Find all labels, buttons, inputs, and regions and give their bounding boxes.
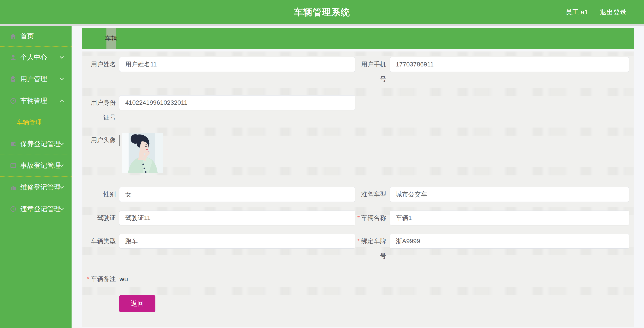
header-right-group: 员工 a1 退出登录 — [565, 0, 626, 24]
vehicle-remark-label: *车辆备注 — [86, 272, 116, 286]
vehicle-name-field[interactable] — [390, 211, 629, 225]
form-row: 性别 准驾车型 — [82, 187, 634, 202]
sidebar-item-label: 车辆管理 — [20, 96, 47, 105]
bar-chart-icon — [10, 184, 16, 191]
user-id-label: 用户身份证号 — [86, 95, 116, 125]
user-phone-field[interactable] — [390, 57, 629, 72]
form-row: *车辆备注 wu — [82, 272, 634, 286]
vehicle-type-label: 车辆类型 — [86, 234, 116, 249]
sidebar-item-vehicle-management[interactable]: 车辆管理 — [0, 90, 72, 112]
user-avatar-photo[interactable] — [122, 133, 163, 173]
clipboard-icon — [10, 76, 16, 82]
form-row: 驾驶证 *车辆名称 — [82, 211, 634, 225]
license-type-label: 准驾车型 — [356, 187, 386, 202]
logout-link[interactable]: 退出登录 — [600, 8, 626, 17]
sidebar-item-label: 维修登记管理 — [20, 183, 60, 192]
sidebar-item-label: 首页 — [20, 32, 34, 41]
license-type-field[interactable] — [390, 187, 629, 202]
sidebar-item-user-management[interactable]: 用户管理 — [0, 68, 72, 90]
wallet-icon — [10, 141, 16, 147]
user-icon — [10, 54, 16, 61]
app-window: 车辆管理系统 员工 a1 退出登录 首页 个人中心 — [0, 0, 644, 328]
form-row: 用户姓名 用户手机号 — [82, 57, 634, 87]
sidebar-subitem-label: 车辆管理 — [16, 118, 42, 127]
sidebar-item-personal-center[interactable]: 个人中心 — [0, 47, 72, 68]
form-row: 返回 — [82, 295, 634, 312]
main-content: 车辆 用户姓名 用户手机号 用户身份证号 用户头像 — [82, 26, 634, 328]
app-title: 车辆管理系统 — [0, 0, 644, 24]
plate-number-label: *绑定车牌号 — [356, 234, 386, 263]
vehicle-remark-value: wu — [120, 272, 128, 286]
avatar-upload-area — [119, 133, 163, 173]
vehicle-type-field[interactable] — [119, 234, 355, 249]
clock-icon — [10, 206, 16, 212]
sidebar-item-home[interactable]: 首页 — [0, 26, 72, 47]
current-user-label: 员工 a1 — [565, 8, 588, 17]
required-asterisk: * — [87, 275, 90, 282]
form-row: 用户头像 — [82, 133, 634, 173]
form-row: 用户身份证号 — [82, 95, 634, 125]
sidebar-item-maintenance-registration[interactable]: 保养登记管理 — [0, 133, 72, 155]
user-name-label: 用户姓名 — [86, 57, 116, 72]
required-asterisk: * — [357, 214, 360, 221]
gauge-icon — [10, 98, 16, 104]
sidebar-item-label: 个人中心 — [20, 53, 47, 62]
drivers-license-field[interactable] — [119, 211, 355, 225]
sidebar-item-label: 用户管理 — [20, 75, 47, 84]
sidebar-item-violation-registration[interactable]: 违章登记管理 — [0, 198, 72, 220]
chevron-up-icon — [59, 99, 64, 103]
chevron-down-icon — [59, 185, 64, 189]
user-id-field[interactable] — [119, 95, 355, 110]
back-button[interactable]: 返回 — [119, 295, 156, 312]
chevron-down-icon — [59, 207, 64, 211]
header-bar: 车辆管理系统 员工 a1 退出登录 — [0, 0, 644, 24]
upload-caret — [119, 135, 120, 146]
chevron-down-icon — [59, 142, 64, 146]
sidebar-item-label: 事故登记管理 — [20, 161, 60, 170]
chevron-down-icon — [59, 164, 64, 167]
form-row: 车辆类型 *绑定车牌号 — [82, 234, 634, 263]
required-asterisk: * — [357, 238, 360, 244]
gender-field[interactable] — [119, 187, 355, 202]
user-phone-label: 用户手机号 — [356, 57, 386, 87]
user-name-field[interactable] — [119, 57, 355, 72]
chevron-down-icon — [59, 77, 64, 81]
plate-number-field[interactable] — [390, 234, 629, 249]
sidebar-subitem-vehicle-management-active[interactable]: 车辆管理 — [0, 112, 72, 133]
sidebar-nav: 首页 个人中心 用户管理 — [0, 26, 72, 328]
sidebar-item-accident-registration[interactable]: 事故登记管理 — [0, 155, 72, 177]
drivers-license-label: 驾驶证 — [86, 211, 116, 225]
tab-vehicle[interactable]: 车辆 — [106, 28, 116, 49]
user-avatar-label: 用户头像 — [86, 133, 116, 147]
tab-bar: 车辆 — [82, 28, 634, 49]
home-icon — [10, 33, 16, 40]
vehicle-detail-form: 用户姓名 用户手机号 用户身份证号 用户头像 — [82, 52, 634, 327]
chevron-down-icon — [59, 56, 64, 59]
gender-label: 性别 — [86, 187, 116, 202]
sidebar-item-repair-registration[interactable]: 维修登记管理 — [0, 177, 72, 198]
header-divider — [0, 24, 644, 26]
sidebar-item-label: 保养登记管理 — [20, 139, 60, 149]
document-icon — [10, 162, 16, 169]
sidebar-item-label: 违章登记管理 — [20, 204, 60, 214]
vehicle-name-label: *车辆名称 — [356, 211, 386, 225]
